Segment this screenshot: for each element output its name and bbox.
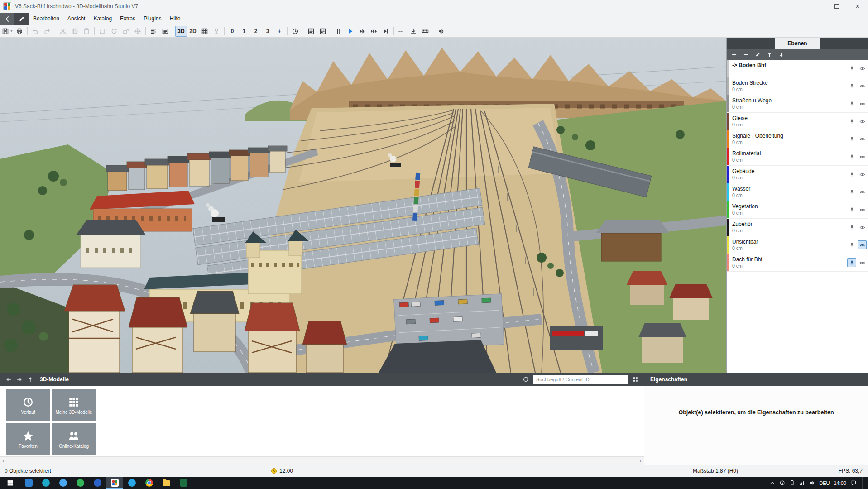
layer-visibility-button[interactable] [858,258,867,267]
layer-pin-button[interactable] [847,205,856,214]
layer-row[interactable]: Straßen u Wege 0 cm [727,95,868,113]
height-down-button[interactable] [408,26,419,37]
camera-2-button[interactable]: 2 [250,26,262,37]
layer-down-button[interactable] [778,52,784,58]
camera-1-button[interactable]: 1 [238,26,250,37]
layer-row[interactable]: Vegetation 0 cm [727,201,868,219]
print-button[interactable] [14,26,25,37]
layer-visibility-button[interactable] [858,223,867,232]
tab-ebenen[interactable]: Ebenen [775,38,820,49]
scroll-left-button[interactable]: ‹ [3,458,5,464]
layer-pin-button[interactable] [847,99,856,108]
layer-row[interactable]: Gebäude 0 cm [727,166,868,183]
layer-visibility-button[interactable] [858,64,867,73]
taskbar-app-chrome[interactable] [140,477,158,489]
layer-row[interactable]: Wasser 0 cm [727,183,868,201]
layer-visibility-button[interactable] [858,99,867,108]
layer-row[interactable]: Gleise 0 cm [727,113,868,130]
measure-button[interactable] [396,26,408,37]
layer-visibility-button[interactable] [858,170,867,179]
layer-pin-button[interactable] [847,64,856,73]
layer-pin-button[interactable] [847,258,856,267]
layer-row[interactable]: Boden Strecke 0 cm [727,77,868,95]
taskbar-app-modellbahn-studio[interactable] [106,477,123,489]
layer-pin-button[interactable] [847,117,856,126]
timer-button[interactable] [289,26,301,37]
camera-3-button[interactable]: 3 [262,26,273,37]
copy-button[interactable] [69,26,81,37]
catalog-up-button[interactable] [25,374,35,384]
edit-mode-button[interactable] [14,13,29,25]
tray-clock-button[interactable] [779,480,785,486]
taskbar-app-app-teal[interactable] [37,477,54,489]
tray-speaker-button[interactable] [809,480,815,486]
fast-forward-2-button[interactable] [368,26,380,37]
layer-up-button[interactable] [767,52,772,58]
redo-button[interactable] [41,26,53,37]
catalog-tile-meine-3d-modelle[interactable]: Meine 3D-Modelle [52,389,96,421]
paste-button[interactable] [81,26,92,37]
action-center-button[interactable] [850,480,856,486]
tray-phone-button[interactable] [789,480,795,486]
language-indicator[interactable]: DEU [819,480,830,486]
layer-row[interactable]: Signale - Oberleitung 0 cm [727,130,868,148]
layer-visibility-button[interactable] [858,205,867,214]
layer-row[interactable]: Zubehör 0 cm [727,219,868,236]
description-list-button[interactable] [148,26,159,37]
menu-hilfe[interactable]: Hilfe [165,13,184,24]
layer-row[interactable]: Unsichtbar 0 cm [727,236,868,254]
ruler-button[interactable] [419,26,431,37]
taskbar-app-app-skyblue[interactable] [123,477,140,489]
cut-button[interactable] [57,26,69,37]
description-frame-button[interactable] [159,26,171,37]
menu-plugins[interactable]: Plugins [139,13,165,24]
minimize-button[interactable] [806,0,826,12]
catalog-tile-online-katalog[interactable]: Online-Katalog [52,423,96,455]
menu-ansicht[interactable]: Ansicht [63,13,89,24]
catalog-tile-favoriten[interactable]: Favoriten [6,423,50,455]
layer-pin-button[interactable] [847,170,856,179]
taskbar-app-app-green[interactable] [72,477,89,489]
menu-bearbeiten[interactable]: Bearbeiten [29,13,63,24]
layer-row[interactable]: Rollmaterial 0 cm [727,148,868,166]
camera-add-button[interactable]: + [273,26,285,37]
layer-pin-button[interactable] [847,82,856,91]
view-3d-button[interactable]: 3D [175,26,187,37]
taskbar-app-app-blue[interactable] [89,477,106,489]
start-button[interactable] [0,477,20,489]
layer-visibility-button[interactable] [858,187,867,197]
scale-tool-button[interactable] [120,26,132,37]
layer-visibility-button[interactable] [858,117,867,126]
maximize-button[interactable] [826,0,847,12]
move-tool-button[interactable] [132,26,144,37]
close-button[interactable]: ✕ [847,0,868,12]
skip-end-button[interactable] [380,26,392,37]
play-button[interactable] [345,26,356,37]
layer-pin-button[interactable] [847,134,856,144]
taskbar-clock[interactable]: 14:00 [834,480,846,486]
sound-button[interactable] [435,26,447,37]
ghost-mode-button[interactable] [211,26,222,37]
tray-chevron-up-button[interactable] [769,480,775,486]
select-tool-button[interactable] [96,26,108,37]
edit-layer-button[interactable] [755,52,761,58]
layer-visibility-button[interactable] [858,152,867,161]
view-2d-button[interactable]: 2D [187,26,199,37]
save-button[interactable] [2,26,14,37]
menu-katalog[interactable]: Katalog [89,13,116,24]
layer-visibility-button[interactable] [858,134,867,144]
layer-pin-button[interactable] [847,187,856,197]
nav-back-button[interactable] [0,13,14,25]
taskbar-app-app-blue-tiles[interactable] [20,477,37,489]
viewport-3d[interactable] [0,38,726,373]
refresh-button[interactable] [521,374,531,384]
undo-button[interactable] [29,26,41,37]
pause-button[interactable] [333,26,345,37]
layer-pin-button[interactable] [847,152,856,161]
layer-row[interactable]: -> Boden Bhf - [727,60,868,77]
catalog-back-button[interactable] [4,374,14,384]
add-layer-button[interactable] [731,52,737,58]
taskbar-app-spreadsheet[interactable] [175,477,192,489]
catalog-forward-button[interactable] [14,374,24,384]
event-list-button[interactable] [305,26,317,37]
